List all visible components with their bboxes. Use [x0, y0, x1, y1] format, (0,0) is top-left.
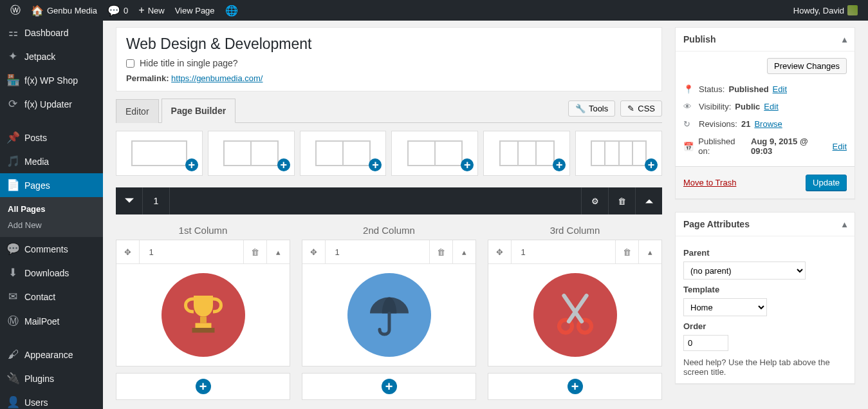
sidebar-item-users[interactable]: 👤Users	[0, 390, 103, 409]
sidebar-label: Dashboard	[24, 28, 69, 38]
edit-visibility-link[interactable]: Edit	[764, 102, 778, 111]
trophy-icon	[162, 273, 245, 357]
sidebar-item-mailpoet[interactable]: ⓂMailPoet	[0, 309, 103, 334]
widget-delete[interactable]: 🗑	[615, 240, 638, 263]
publish-box-header[interactable]: Publish▴	[676, 28, 854, 52]
css-button[interactable]: ✎CSS	[620, 100, 662, 117]
site-name-link[interactable]: 🏠Genbu Media	[26, 0, 102, 21]
sidebar-item-plugins[interactable]: 🔌Plugins	[0, 366, 103, 390]
jetpack-icon: ✦	[6, 50, 19, 63]
layout-preview-icon	[315, 140, 371, 166]
move-handle[interactable]: ✥	[116, 240, 140, 263]
new-link[interactable]: +New	[133, 0, 169, 21]
wordpress-icon: ⓦ	[10, 4, 21, 17]
sidebar-label: Users	[24, 397, 48, 408]
layout-option-6[interactable]: +	[575, 131, 662, 176]
sidebar-item-dashboard[interactable]: ⚏Dashboard	[0, 21, 103, 44]
layout-option-2[interactable]: +	[208, 131, 295, 176]
row-collapse[interactable]	[635, 187, 662, 214]
downloads-icon: ⬇	[6, 266, 19, 280]
tools-button[interactable]: 🔧Tools	[568, 100, 615, 117]
hide-title-label[interactable]: Hide title in single page?	[126, 58, 652, 68]
chevron-up-icon[interactable]: ▴	[842, 219, 847, 229]
sidebar-item-posts[interactable]: 📌Posts	[0, 126, 103, 149]
sidebar-item-appearance[interactable]: 🖌Appearance	[0, 343, 103, 366]
row-index: 1	[143, 187, 170, 214]
widget-delete[interactable]: 🗑	[429, 240, 452, 263]
hide-title-checkbox[interactable]	[126, 59, 134, 68]
sidebar-item-downloads[interactable]: ⬇Downloads	[0, 261, 103, 285]
svg-rect-0	[192, 328, 214, 333]
add-widget-button[interactable]: +	[488, 373, 662, 400]
widget-delete[interactable]: 🗑	[243, 240, 266, 263]
users-icon: 👤	[6, 395, 19, 409]
home-icon: 🏠	[31, 5, 44, 17]
tab-editor[interactable]: Editor	[116, 99, 159, 123]
sidebar-item-jetpack[interactable]: ✦Jetpack	[0, 44, 103, 68]
attributes-help: Need help? Use the Help tab above the sc…	[683, 357, 847, 377]
sidebar-item-media[interactable]: 🎵Media	[0, 149, 103, 173]
layout-preview-icon	[499, 140, 555, 166]
row-header-bar: 1 ⚙ 🗑	[116, 187, 662, 214]
widget-header: ✥1🗑▴	[488, 240, 661, 264]
browse-revisions-link[interactable]: Browse	[754, 119, 782, 129]
my-account[interactable]: Howdy, David	[788, 0, 863, 21]
avatar	[847, 5, 858, 15]
submenu-all-pages[interactable]: All Pages	[0, 201, 103, 217]
widget-collapse[interactable]: ▴	[452, 240, 476, 263]
seo-link[interactable]: 🌐	[220, 0, 243, 21]
sidebar-item-pages[interactable]: 📄Pages	[0, 173, 103, 197]
column-title: 2nd Column	[302, 221, 476, 240]
preview-changes-button[interactable]: Preview Changes	[767, 58, 847, 74]
row-settings[interactable]: ⚙	[581, 187, 608, 214]
row-toggle[interactable]	[116, 187, 143, 214]
sidebar-label: MailPoet	[24, 316, 59, 327]
tab-page-builder[interactable]: Page Builder	[162, 99, 236, 123]
order-input[interactable]	[683, 335, 728, 351]
page-attributes-header[interactable]: Page Attributes▴	[676, 213, 854, 236]
sidebar-label: Contact	[24, 292, 55, 302]
layout-preview-icon	[591, 140, 646, 166]
chevron-up-icon[interactable]: ▴	[842, 34, 847, 44]
comments-link[interactable]: 💬0	[102, 0, 133, 21]
admin-sidebar: ⚏Dashboard✦Jetpack🏪f(x) WP Shop⟳f(x) Upd…	[0, 21, 103, 409]
layout-option-3[interactable]: +	[300, 131, 387, 176]
add-widget-button[interactable]: +	[116, 373, 290, 400]
content-area: Web Design & Development Hide title in s…	[103, 21, 868, 409]
visibility-row: 👁 Visibility: Public Edit	[683, 98, 847, 115]
sidebar-item-comments[interactable]: 💬Comments	[0, 237, 103, 261]
row-delete[interactable]: 🗑	[608, 187, 635, 214]
sidebar-item-shop[interactable]: 🏪f(x) WP Shop	[0, 68, 103, 92]
parent-select[interactable]: (no parent)	[683, 262, 806, 280]
template-select[interactable]: Home	[683, 298, 767, 316]
layout-preview-icon	[131, 140, 187, 166]
layout-option-1[interactable]: +	[116, 131, 203, 176]
published-row: 📅 Published on: Aug 9, 2015 @ 09:03 Edit	[683, 133, 847, 160]
layout-option-4[interactable]: +	[391, 131, 478, 176]
widget-collapse[interactable]: ▴	[266, 240, 290, 263]
edit-status-link[interactable]: Edit	[773, 84, 787, 94]
layout-chooser: ++++++	[116, 131, 662, 176]
sidebar-item-contact[interactable]: ✉Contact	[0, 285, 103, 309]
page-title-box: Web Design & Development Hide title in s…	[116, 27, 662, 91]
update-button[interactable]: Update	[806, 175, 847, 191]
widget-collapse[interactable]: ▴	[638, 240, 661, 263]
edit-date-link[interactable]: Edit	[833, 142, 847, 151]
sidebar-label: Media	[24, 157, 49, 167]
comments-count: 0	[124, 6, 128, 15]
layout-option-5[interactable]: +	[483, 131, 570, 176]
add-widget-button[interactable]: +	[302, 373, 476, 400]
scissors-icon	[533, 273, 617, 357]
view-page-link[interactable]: View Page	[170, 0, 220, 21]
adminbar: ⓦ 🏠Genbu Media 💬0 +New View Page 🌐 Howdy…	[0, 0, 868, 21]
sidebar-label: Comments	[24, 244, 68, 254]
permalink-url[interactable]: https://genbumedia.com/	[171, 73, 263, 83]
chevron-down-icon	[125, 196, 134, 205]
side-column: Publish▴ Preview Changes 📍 Status: Publi…	[675, 21, 855, 397]
move-handle[interactable]: ✥	[302, 240, 326, 263]
move-to-trash-link[interactable]: Move to Trash	[683, 178, 736, 187]
move-handle[interactable]: ✥	[488, 240, 512, 263]
wp-logo[interactable]: ⓦ	[5, 0, 26, 21]
sidebar-item-updater[interactable]: ⟳f(x) Updater	[0, 92, 103, 116]
submenu-add-new[interactable]: Add New	[0, 217, 103, 233]
